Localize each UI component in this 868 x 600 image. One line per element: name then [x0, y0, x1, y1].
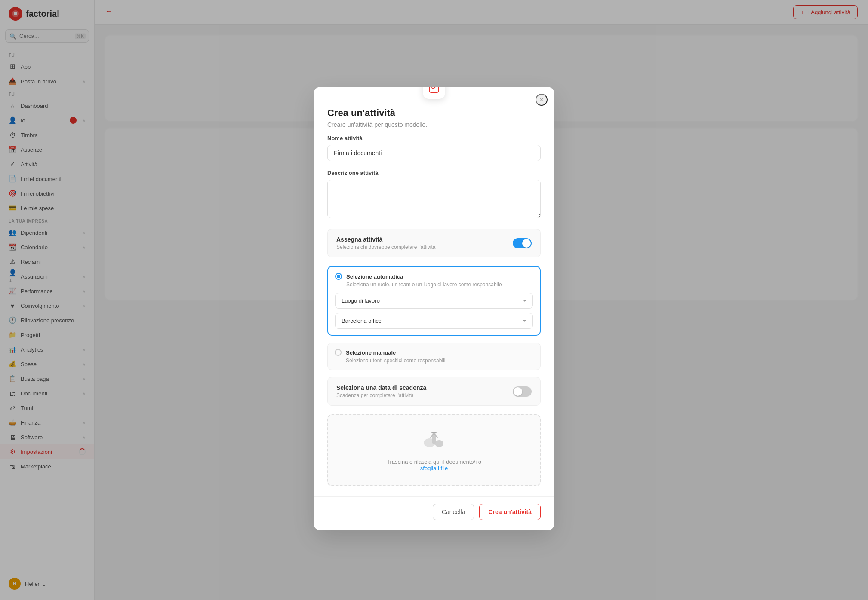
cancel-button[interactable]: Cancella	[433, 504, 474, 520]
modal-icon-top	[423, 87, 445, 99]
deadline-label: Seleziona una data di scadenza	[336, 384, 426, 391]
manual-desc: Seleziona utenti specifici come responsa…	[335, 358, 533, 364]
auto-desc: Seleziona un ruolo, un team o un luogo d…	[335, 282, 533, 288]
manual-radio-row: Selezione manuale	[335, 349, 533, 356]
auto-radio[interactable]	[335, 273, 342, 280]
assign-toggle-row: Assegna attività Seleziona chi dovrebbe …	[336, 236, 532, 250]
desc-label: Descrizione attività	[327, 170, 541, 176]
assign-desc: Seleziona chi dovrebbe completare l'atti…	[336, 244, 435, 250]
deadline-label-group: Seleziona una data di scadenza Scadenza …	[336, 384, 426, 398]
modal-subtitle: Creare un'attività per questo modello.	[327, 121, 541, 128]
manual-label: Selezione manuale	[346, 349, 396, 356]
name-label: Nome attività	[327, 135, 541, 141]
toggle-thumb	[514, 387, 522, 396]
workplace-select[interactable]: Luogo di lavoro	[335, 293, 533, 309]
modal-body: Nome attività Descrizione attività Asseg…	[314, 135, 554, 486]
upload-area[interactable]: Trascina e rilascia qui il documento/i o…	[327, 414, 541, 486]
assign-toggle[interactable]	[513, 238, 532, 248]
modal: × Crea un'attività Creare un'attività pe…	[314, 87, 554, 530]
manual-radio[interactable]	[335, 349, 342, 356]
deadline-toggle[interactable]	[513, 386, 532, 397]
auto-label: Selezione automatica	[346, 273, 403, 280]
manual-selection-box[interactable]: Selezione manuale Seleziona utenti speci…	[327, 343, 541, 370]
modal-overlay: × Crea un'attività Creare un'attività pe…	[0, 0, 868, 600]
deadline-desc: Scadenza per completare l'attività	[336, 392, 426, 398]
dropdowns-container: Luogo di lavoro Barcelona office	[335, 293, 533, 329]
auto-radio-row: Selezione automatica	[335, 273, 533, 280]
modal-close-button[interactable]: ×	[536, 94, 548, 106]
deadline-toggle-row: Seleziona una data di scadenza Scadenza …	[336, 384, 532, 398]
assign-label: Assegna attività	[336, 236, 435, 243]
desc-field-group: Descrizione attività	[327, 170, 541, 220]
toggle-thumb	[522, 239, 531, 248]
modal-footer: Cancella Crea un'attività	[314, 496, 554, 530]
upload-link[interactable]: sfoglia i file	[420, 465, 448, 471]
upload-icon	[335, 429, 533, 453]
svg-point-3	[435, 440, 443, 447]
assign-label-group: Assegna attività Seleziona chi dovrebbe …	[336, 236, 435, 250]
location-select[interactable]: Barcelona office	[335, 313, 533, 329]
name-input[interactable]	[327, 145, 541, 161]
name-field-group: Nome attività	[327, 135, 541, 161]
deadline-section: Seleziona una data di scadenza Scadenza …	[327, 377, 541, 406]
modal-title: Crea un'attività	[327, 107, 541, 119]
auto-selection-box[interactable]: Selezione automatica Seleziona un ruolo,…	[327, 266, 541, 336]
assign-section: Assegna attività Seleziona chi dovrebbe …	[327, 229, 541, 257]
desc-textarea[interactable]	[327, 180, 541, 218]
upload-text: Trascina e rilascia qui il documento/i o…	[335, 459, 533, 471]
create-button[interactable]: Crea un'attività	[479, 504, 541, 520]
svg-rect-5	[431, 432, 437, 433]
